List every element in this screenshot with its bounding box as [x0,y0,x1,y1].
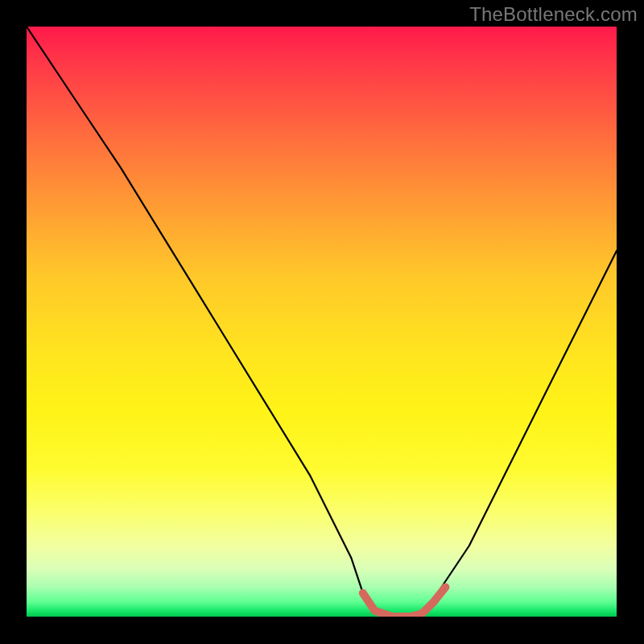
attribution-label: TheBottleneck.com [469,3,638,26]
bottleneck-curve-path [27,27,617,617]
chart-svg [27,27,617,617]
optimal-range-marker-path [363,587,446,617]
plot-area [27,27,617,617]
chart-frame: TheBottleneck.com [0,0,644,644]
